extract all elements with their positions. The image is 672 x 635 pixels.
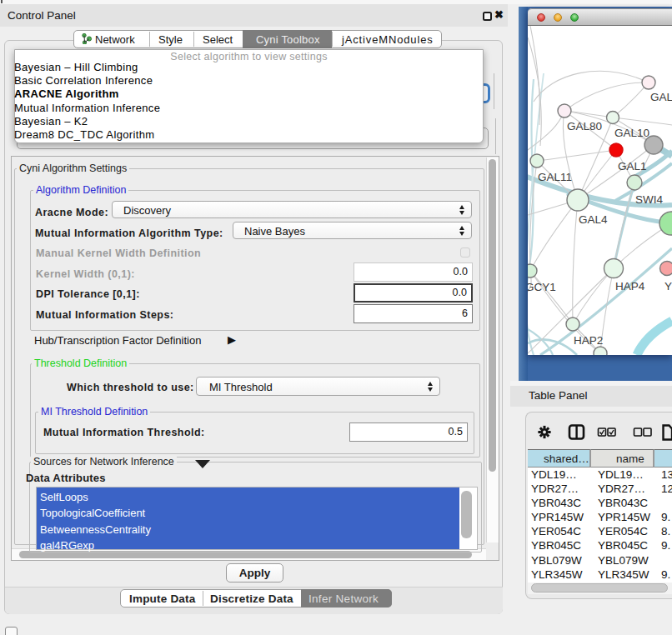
svg-text:GAL80: GAL80 <box>567 120 602 132</box>
svg-text:HAP2: HAP2 <box>574 334 603 347</box>
svg-text:HAP4: HAP4 <box>615 280 645 292</box>
svg-text:SWI4: SWI4 <box>635 193 663 206</box>
svg-text:GAL: GAL <box>650 91 672 103</box>
svg-text:GAL11: GAL11 <box>538 171 572 183</box>
svg-text:GAL1: GAL1 <box>618 160 647 172</box>
svg-text:GCY1: GCY1 <box>528 281 556 293</box>
svg-text:Y: Y <box>664 280 672 292</box>
svg-text:GAL4: GAL4 <box>579 213 608 226</box>
svg-text:GAL10: GAL10 <box>614 127 649 139</box>
